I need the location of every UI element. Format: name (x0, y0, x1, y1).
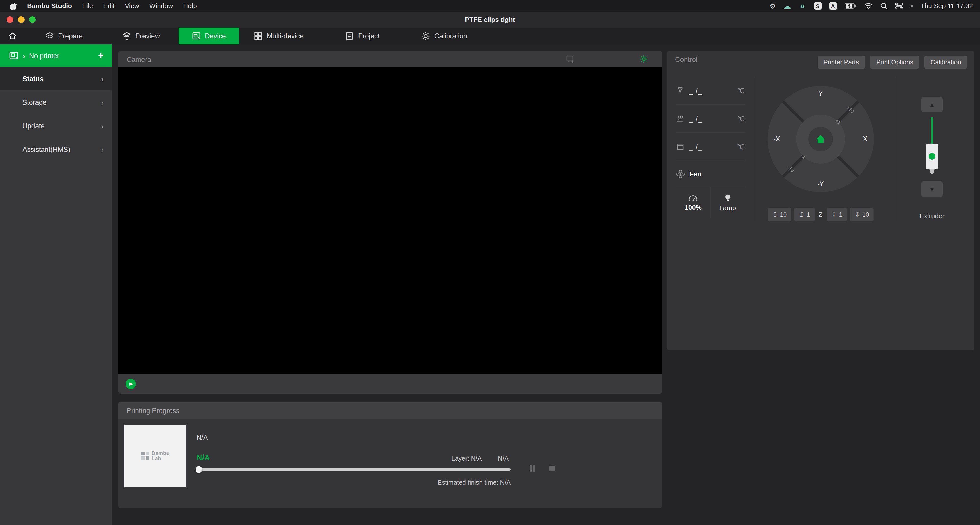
arrow-down-bar-icon: ↧ (831, 211, 837, 218)
menu-help[interactable]: Help (183, 2, 197, 10)
progress-bar[interactable] (197, 468, 511, 471)
xy-movement-pad[interactable]: Y X -X -Y +10 +1 -1 -10 (768, 86, 874, 192)
camera-panel: Camera ▶ (118, 51, 662, 394)
z-down-1-button[interactable]: ↧ 1 (827, 207, 847, 221)
control-center-icon[interactable] (895, 2, 903, 10)
divider (754, 77, 754, 221)
printing-progress-panel: Printing Progress Bambu Lab N/A N/A Laye… (118, 402, 662, 508)
chamber-temp-row[interactable]: _ /_ ℃ (676, 133, 745, 161)
printing-progress-title: Printing Progress (127, 407, 180, 414)
gear-status-icon[interactable]: ⚙ (770, 2, 776, 10)
extrude-down-button[interactable]: ▼ (921, 182, 943, 197)
zoom-button[interactable] (29, 16, 36, 23)
chevron-right-icon: › (101, 74, 104, 83)
time-remaining: N/A (498, 455, 509, 462)
cloud-status-icon[interactable]: ☁ (784, 2, 791, 10)
add-printer-button[interactable]: + (98, 50, 104, 61)
menu-file[interactable]: File (82, 2, 93, 10)
minimize-button[interactable] (18, 16, 24, 23)
app-s-badge-icon[interactable]: S (814, 2, 821, 10)
home-button[interactable] (0, 28, 24, 45)
main-tab-bar: Prepare Preview Device Multi-device Proj… (0, 28, 980, 45)
bed-temp-row[interactable]: _ /_ ℃ (676, 105, 745, 133)
nozzle-temp-unit: ℃ (737, 87, 745, 94)
nozzle-temp-row[interactable]: _ /_ ℃ (676, 77, 745, 105)
device-icon (192, 32, 201, 40)
lamp-toggle[interactable]: Lamp (711, 187, 745, 218)
stop-button[interactable] (549, 466, 555, 471)
window-title-bar: PTFE clips tight (0, 12, 980, 28)
input-source-icon[interactable]: A (829, 2, 837, 10)
print-options-button[interactable]: Print Options (870, 56, 920, 69)
tab-device[interactable]: Device (179, 28, 239, 45)
menu-edit[interactable]: Edit (103, 2, 115, 10)
print-thumbnail: Bambu Lab (124, 425, 186, 487)
bed-temp-value[interactable]: _ /_ (689, 115, 733, 123)
multi-device-icon (254, 32, 263, 40)
spotlight-search-icon[interactable] (880, 2, 887, 10)
tab-calibration[interactable]: Calibration (412, 28, 477, 45)
camera-play-button[interactable]: ▶ (126, 378, 136, 389)
lamp-icon (724, 194, 731, 202)
divider (895, 77, 895, 221)
home-icon (8, 32, 17, 40)
pause-button[interactable] (530, 465, 537, 472)
chevron-right-icon: › (101, 145, 104, 153)
print-status: N/A (197, 453, 210, 461)
bed-icon (676, 115, 684, 123)
tab-prepare[interactable]: Prepare (36, 28, 92, 45)
close-button[interactable] (6, 16, 13, 23)
calibration-button[interactable]: Calibration (924, 56, 967, 69)
menu-view[interactable]: View (125, 2, 139, 10)
project-icon (345, 32, 354, 40)
arrow-down-bar-icon: ↧ (854, 211, 860, 218)
status-dot-icon (910, 5, 913, 7)
tab-preview[interactable]: Preview (113, 28, 170, 45)
menu-clock[interactable]: Thu Sep 11 17:32 (921, 2, 973, 10)
menu-app-name[interactable]: Bambu Studio (27, 2, 72, 10)
camera-title: Camera (127, 56, 151, 63)
z-up-10-button[interactable]: ↥ 10 (768, 207, 792, 221)
layer-info: Layer: N/A (452, 455, 482, 462)
sidebar-item-status[interactable]: Status › (0, 67, 112, 91)
sidebar-item-assistant[interactable]: Assistant(HMS) › (0, 137, 112, 161)
macos-menu-bar: Bambu Studio File Edit View Window Help … (0, 0, 980, 12)
printer-parts-button[interactable]: Printer Parts (817, 56, 865, 69)
menu-window[interactable]: Window (150, 2, 173, 10)
z-axis-label: Z (819, 211, 822, 218)
camera-flip-icon[interactable] (566, 55, 575, 63)
estimated-finish-time: Estimated finish time: N/A (197, 479, 511, 486)
printer-selector[interactable]: › No printer + (0, 45, 112, 67)
camera-video-area (118, 67, 662, 374)
z-controls: ↥ 10 ↥ 1 Z ↧ 1 ↧ 10 (768, 207, 874, 221)
home-xy-button[interactable] (808, 127, 833, 151)
tab-multi-device[interactable]: Multi-device (244, 28, 313, 45)
screen: Bambu Studio File Edit View Window Help … (0, 0, 980, 525)
preview-icon (123, 32, 131, 40)
extrude-up-button[interactable]: ▲ (921, 97, 943, 112)
gauge-icon (689, 195, 698, 201)
arrow-up-bar-icon: ↥ (772, 211, 778, 218)
camera-settings-icon[interactable] (640, 55, 648, 63)
chamber-temp-value[interactable]: _ /_ (689, 143, 733, 150)
sidebar-item-storage[interactable]: Storage › (0, 91, 112, 114)
prepare-icon (45, 32, 54, 40)
battery-icon[interactable] (845, 3, 856, 9)
apple-menu-icon[interactable] (10, 2, 17, 10)
z-down-10-button[interactable]: ↧ 10 (850, 207, 874, 221)
sidebar-item-update[interactable]: Update › (0, 114, 112, 137)
fan-speed-control[interactable]: 100% (676, 187, 711, 218)
z-up-1-button[interactable]: ↥ 1 (794, 207, 815, 221)
bed-temp-unit: ℃ (737, 115, 745, 123)
tab-project[interactable]: Project (336, 28, 390, 45)
wifi-icon[interactable] (864, 3, 872, 9)
chevron-right-icon: › (101, 98, 104, 107)
document-title: PTFE clips tight (465, 16, 515, 24)
calibration-icon (422, 32, 430, 40)
chamber-icon (676, 143, 684, 151)
axis-y-label: Y (819, 90, 823, 97)
assistant-a-icon[interactable]: a (799, 2, 806, 10)
nozzle-temp-value[interactable]: _ /_ (689, 87, 733, 94)
fan-icon (676, 169, 685, 178)
printer-icon (9, 51, 18, 60)
